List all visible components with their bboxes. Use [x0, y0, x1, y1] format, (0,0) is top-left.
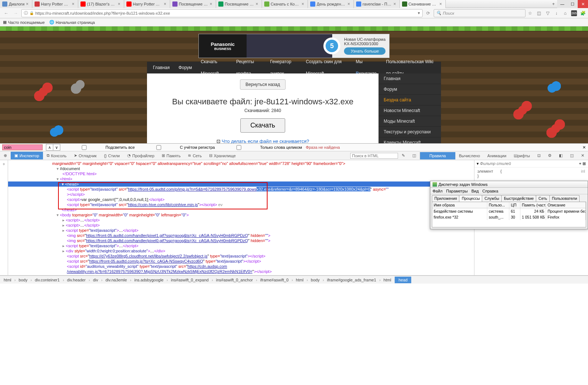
sidebar-item[interactable]: Бездна сайта — [379, 95, 441, 105]
back-button[interactable]: ← — [2, 9, 10, 17]
close-button[interactable]: ✕ — [578, 0, 588, 8]
taskmgr-row[interactable]: firefox.exe *32south_...301 051 508 КБFi… — [432, 214, 586, 220]
browser-tab[interactable]: Harry Potter Camp Id× — [32, 0, 78, 8]
tab-storage[interactable]: ⊟ Хранилище — [205, 152, 239, 159]
sidebar-item[interactable]: Главная — [379, 73, 441, 84]
devtools-edit[interactable]: ✎ — [398, 152, 409, 159]
breadcrumb-item[interactable]: head — [395, 277, 411, 283]
minimize-button[interactable]: — — [557, 0, 567, 8]
taskmgr-tab[interactable]: Пользователи — [549, 195, 580, 202]
devtools-frame-icon[interactable]: ⊡ — [534, 152, 544, 159]
sidebar-item[interactable]: Новости Minecraft — [379, 105, 441, 116]
code-line[interactable]: ▾ <body topmargin="0" marginwidth="0" ma… — [8, 212, 474, 217]
code-line[interactable]: ▾ <head> — [8, 181, 474, 187]
browser-tab[interactable]: ravenclaw - Поиск в× — [354, 0, 400, 8]
search-html-input[interactable] — [350, 153, 398, 159]
breadcrumb-item[interactable]: html — [380, 277, 395, 283]
download-icon[interactable]: ↓ — [553, 10, 559, 16]
add-node[interactable]: + — [3, 162, 5, 167]
help-link[interactable]: Что делать если файл не скачивается? — [222, 138, 309, 143]
bookmark-startpage[interactable]: 🌐Начальная страница — [49, 20, 95, 25]
close-tab[interactable]: × — [394, 1, 397, 7]
sidebar-item[interactable]: Моды Minecraft — [379, 116, 441, 127]
code-line[interactable]: <script src="https://front-05.audtd.com/… — [8, 259, 474, 264]
taskmgr-menu-item[interactable]: Справка — [483, 189, 498, 193]
taskmgr-col[interactable]: Пользо... — [487, 202, 509, 208]
browser-tab[interactable]: День рождения в Ш× — [308, 0, 354, 8]
tab-memory[interactable]: ⊞ Память — [158, 152, 184, 159]
tab-network[interactable]: ≋ Сеть — [184, 152, 205, 159]
taskmgr-menu-item[interactable]: Файл — [433, 189, 442, 193]
shield-icon[interactable]: ▽ — [545, 10, 551, 16]
search-prev[interactable]: ∧ — [46, 144, 53, 151]
banner-cta-button[interactable]: Узнать больше — [344, 47, 386, 55]
nav-item[interactable]: Форум — [174, 62, 196, 73]
tab-debugger[interactable]: ➤ Отладчик — [70, 152, 100, 159]
taskmgr-menu-item[interactable]: Вид — [472, 189, 479, 193]
breadcrumb-item[interactable]: body — [307, 277, 323, 283]
taskmgr-tab[interactable]: Процессы — [459, 195, 482, 202]
breadcrumb-item[interactable]: ins#aswift_0_expand — [167, 277, 212, 283]
download-button[interactable]: Скачать — [240, 118, 285, 133]
close-tab[interactable]: × — [164, 1, 168, 7]
star-icon[interactable]: ☆ — [527, 10, 533, 16]
sidebar-item[interactable]: Клиенты Minecraft — [379, 137, 441, 143]
code-line[interactable]: <img src="https://front-05.audtd.com/han… — [8, 238, 474, 243]
browser-tab[interactable]: Диалоги× — [0, 0, 32, 8]
taskmgr-row[interactable]: Бездействие системысистема6124 КБПроцент… — [432, 208, 586, 214]
match-case[interactable]: С учётом регистра — [139, 145, 215, 150]
tab-profiler[interactable]: ◔ Профайлер — [123, 152, 158, 159]
taskmgr-tab[interactable]: Приложения — [432, 195, 459, 202]
devtools-settings[interactable]: ⚙ — [544, 152, 555, 159]
search-next[interactable]: ∨ — [53, 144, 60, 151]
taskmgr-col[interactable]: Описание — [546, 202, 586, 208]
code-line[interactable]: </head> — [8, 207, 474, 212]
code-line[interactable]: <script>var google_casm=["",0,null,0,0,n… — [8, 197, 474, 202]
devtools-search-input[interactable] — [2, 144, 43, 150]
url-bar[interactable]: ⓘ 🔒 https://ru-minecraft.ru/download/ind… — [21, 9, 423, 17]
code-line[interactable]: ▸ <script>…</script> — [8, 217, 474, 223]
forward-button[interactable]: → — [12, 9, 20, 17]
close-tab[interactable]: × — [440, 1, 443, 7]
tab-styles[interactable]: {} Стили — [100, 152, 123, 159]
search-close[interactable]: ✕ — [582, 145, 586, 150]
new-tab-button[interactable]: + — [550, 0, 557, 8]
tab-rules[interactable]: Правила — [420, 152, 455, 159]
browser-tab[interactable]: Посвящение - Goog× — [170, 0, 216, 8]
code-line[interactable]: <!DOCTYPE html> — [8, 171, 474, 176]
sidebar-item[interactable]: Форум — [379, 84, 441, 95]
browser-tab[interactable]: Скачивание файла× — [400, 0, 446, 8]
add-rule[interactable]: + ⊞ — [579, 161, 586, 166]
close-tab[interactable]: × — [302, 1, 305, 7]
code-line[interactable]: marginwidth="0" marginheight="0" vspace=… — [8, 161, 474, 166]
code-line[interactable]: <script type="text/javascript" src="http… — [8, 202, 474, 207]
style-filter[interactable] — [480, 161, 531, 166]
tab-console[interactable]: ⧉ Консоль — [43, 152, 70, 159]
breadcrumb-item[interactable]: ins.adsbygoogle — [130, 277, 167, 283]
taskmgr-tab[interactable]: Сеть — [536, 195, 549, 202]
breadcrumb-item[interactable]: div.na3emle — [102, 277, 131, 283]
code-line[interactable]: <script type="text/javascript" src="http… — [8, 187, 474, 192]
back-button-page[interactable]: Вернуться назад — [240, 79, 286, 90]
browser-tab[interactable]: Скачать с Контакта,× — [262, 0, 308, 8]
whole-words[interactable]: Только слова целиком — [219, 145, 302, 150]
code-line[interactable]: /viewability.min.js?b=6716289757596390?.… — [8, 269, 474, 274]
ad-banner[interactable]: PanasonicBUSINESS 5 Новая UC-платформа K… — [198, 34, 390, 58]
browser-tab[interactable]: (17) Blazer's Bash Flas× — [78, 0, 124, 8]
breadcrumb-item[interactable]: div.conteiner1 — [31, 277, 64, 283]
close-tab[interactable]: × — [256, 1, 259, 7]
devtools-dock[interactable]: ◧ — [555, 152, 566, 159]
tab-fonts[interactable]: Шрифты — [510, 152, 534, 159]
close-tab[interactable]: × — [26, 1, 30, 7]
breadcrumb-item[interactable]: div — [89, 277, 102, 283]
devtools-close[interactable]: ✕ — [577, 152, 588, 159]
devtools-popout[interactable]: ◫ — [566, 152, 577, 159]
tab-animations[interactable]: Анимации — [484, 152, 510, 159]
devtools-split[interactable]: ◫ — [409, 152, 420, 159]
home-icon[interactable]: ⌂ — [562, 10, 568, 16]
task-manager-window[interactable]: Диспетчер задач Windows ФайлПараметрыВид… — [430, 181, 588, 229]
code-line[interactable]: <img src="https://sync.audtd.com/match/s… — [8, 274, 474, 275]
code-line[interactable]: <script id="auditorius_viewability_scrip… — [8, 264, 474, 269]
breadcrumb-item[interactable]: html — [292, 277, 307, 283]
browser-tab[interactable]: Harry Potter And The× — [124, 0, 170, 8]
